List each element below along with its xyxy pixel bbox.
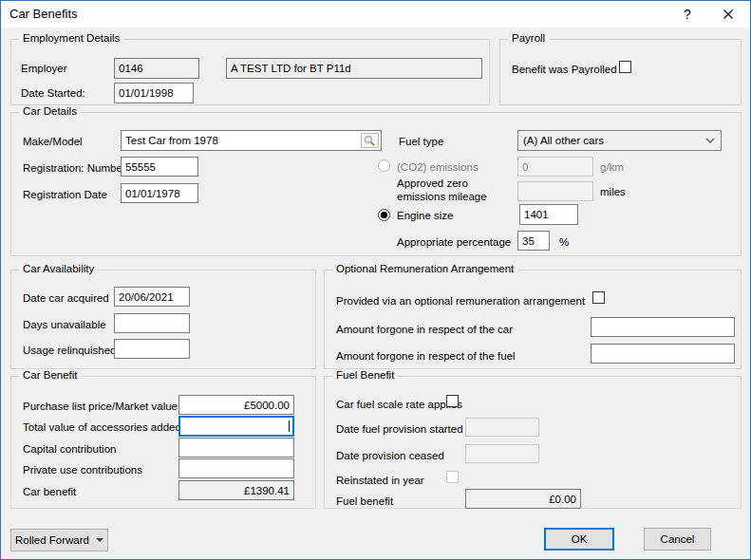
registration-number-label: Registration: Number xyxy=(23,161,126,175)
car-availability-group: Car Availability Date car acquired Days … xyxy=(10,270,316,369)
date-fuel-started-label: Date fuel provision started xyxy=(336,422,463,436)
magnifier-icon xyxy=(364,135,376,147)
percent-unit-label: % xyxy=(559,235,569,249)
payroll-group: Payroll Benefit was Payrolled xyxy=(499,39,742,105)
employer-name-field xyxy=(226,58,482,79)
provided-via-arrangement-label: Provided via an optional remuneration ar… xyxy=(336,294,585,308)
appropriate-percentage-field[interactable] xyxy=(517,231,550,251)
mileage-unit-label: miles xyxy=(600,185,626,198)
co2-emissions-field xyxy=(517,157,593,177)
text-caret xyxy=(289,420,290,432)
provided-via-arrangement-checkbox[interactable] xyxy=(592,291,605,304)
make-model-field[interactable]: Test Car from 1978 xyxy=(121,130,382,151)
fuel-benefit-title: Fuel Benefit xyxy=(332,369,398,381)
accessories-label: Total value of accessories added xyxy=(23,420,181,434)
engine-size-field[interactable] xyxy=(519,204,578,225)
co2-emissions-label: (CO2) emissions xyxy=(397,160,479,174)
registration-date-field[interactable] xyxy=(121,183,198,203)
cancel-label: Cancel xyxy=(661,533,695,545)
date-ceased-label: Date provision ceased xyxy=(336,449,444,462)
fuel-benefit-label: Fuel benefit xyxy=(336,495,393,508)
fuel-type-dropdown[interactable]: (A) All other cars xyxy=(517,130,722,151)
car-benefit-title: Car Benefit xyxy=(19,369,82,381)
close-button[interactable] xyxy=(709,1,747,28)
date-car-acquired-field[interactable] xyxy=(114,287,190,307)
car-availability-title: Car Availability xyxy=(19,263,98,274)
engine-size-radio[interactable] xyxy=(378,209,390,221)
days-unavailable-label: Days unavailable xyxy=(23,318,106,331)
usage-relinquished-field[interactable] xyxy=(114,339,190,359)
car-benefit-label: Car benefit xyxy=(23,485,76,498)
rolled-forward-label: Rolled Forward xyxy=(15,534,89,546)
help-icon: ? xyxy=(684,7,691,22)
employer-label: Employer xyxy=(21,62,67,75)
usage-relinquished-label: Usage relinquished xyxy=(23,344,116,357)
car-details-group: Car Details Make/Model Test Car from 197… xyxy=(10,112,742,256)
registration-date-label: Registration Date xyxy=(23,188,107,201)
fuel-benefit-field xyxy=(465,489,581,509)
car-details-title: Car Details xyxy=(19,105,81,117)
make-model-label: Make/Model xyxy=(23,135,83,148)
ok-label: OK xyxy=(572,533,588,545)
date-started-label: Date Started: xyxy=(21,86,85,100)
chevron-down-icon xyxy=(705,138,715,143)
cancel-button[interactable]: Cancel xyxy=(644,528,711,551)
car-benefit-group: Car Benefit Purchase list price/Market v… xyxy=(10,376,316,509)
amount-forgone-fuel-field[interactable] xyxy=(591,344,735,364)
fuel-type-value: (A) All other cars xyxy=(523,135,604,146)
employment-details-title: Employment Details xyxy=(19,32,123,44)
date-car-acquired-label: Date car acquired xyxy=(23,291,109,305)
scale-rate-label: Car fuel scale rate applies xyxy=(336,398,462,411)
benefit-was-payrolled-label: Benefit was Payrolled xyxy=(512,63,617,76)
make-model-value: Test Car from 1978 xyxy=(125,135,218,146)
purchase-price-label: Purchase list price/Market value xyxy=(23,400,178,413)
employment-details-group: Employment Details Employer Date Started… xyxy=(10,39,490,105)
approved-zero-label-line1: Approved zero xyxy=(397,177,468,190)
reinstated-label: Reinstated in year xyxy=(336,474,424,487)
private-use-label: Private use contributions xyxy=(23,463,142,476)
optional-remuneration-title: Optional Remuneration Arrangement xyxy=(332,263,517,274)
accessories-field[interactable] xyxy=(178,416,294,437)
private-use-field[interactable] xyxy=(178,458,294,478)
approved-zero-label-line2: emissions mileage xyxy=(397,190,487,203)
car-benefits-dialog: Car Benefits ? Employment Details Employ… xyxy=(0,0,751,560)
benefit-was-payrolled-checkbox[interactable] xyxy=(619,61,631,73)
employer-code-field xyxy=(114,58,199,79)
co2-emissions-radio xyxy=(378,159,390,172)
days-unavailable-field[interactable] xyxy=(114,313,190,333)
amount-forgone-car-label: Amount forgone in respect of the car xyxy=(336,323,513,336)
reinstated-checkbox xyxy=(446,471,459,483)
date-started-field[interactable] xyxy=(114,83,194,103)
amount-forgone-fuel-label: Amount forgone in respect of the fuel xyxy=(336,349,516,363)
engine-size-label: Engine size xyxy=(397,209,453,222)
date-fuel-started-field xyxy=(465,418,539,437)
dialog-title: Car Benefits xyxy=(9,1,78,28)
car-benefit-field xyxy=(178,480,294,500)
close-icon xyxy=(723,9,734,20)
title-bar: Car Benefits ? xyxy=(1,1,750,28)
help-button[interactable]: ? xyxy=(671,1,704,28)
approved-zero-mileage-field xyxy=(517,181,593,201)
caret-down-icon xyxy=(96,538,103,542)
optional-remuneration-group: Optional Remuneration Arrangement Provid… xyxy=(324,270,742,369)
fuel-type-label: Fuel type xyxy=(399,135,443,148)
ok-button[interactable]: OK xyxy=(544,528,614,551)
co2-unit-label: g/km xyxy=(600,160,624,174)
rolled-forward-button[interactable]: Rolled Forward xyxy=(10,529,108,551)
fuel-benefit-group: Fuel Benefit Car fuel scale rate applies… xyxy=(324,376,742,509)
appropriate-percentage-label: Appropriate percentage xyxy=(397,235,511,249)
capital-contribution-label: Capital contribution xyxy=(23,442,116,456)
scale-rate-checkbox[interactable] xyxy=(446,395,459,407)
payroll-title: Payroll xyxy=(508,32,549,44)
purchase-price-field[interactable] xyxy=(178,395,294,415)
date-ceased-field xyxy=(465,444,539,463)
registration-number-field[interactable] xyxy=(121,157,198,177)
amount-forgone-car-field[interactable] xyxy=(591,317,735,337)
make-model-lookup-button[interactable] xyxy=(361,133,379,148)
capital-contribution-field[interactable] xyxy=(178,438,294,457)
